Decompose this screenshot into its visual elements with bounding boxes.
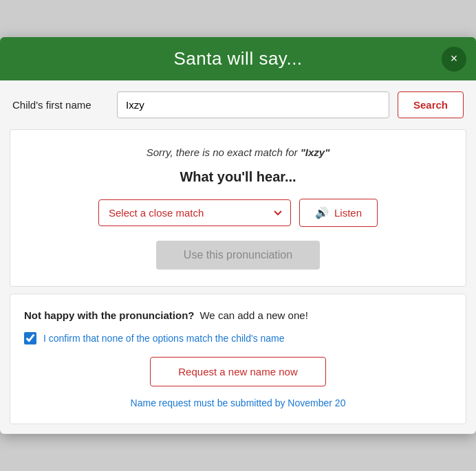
not-happy-text: We can add a new one! (199, 309, 307, 321)
bottom-section: Not happy with the pronunciation? We can… (10, 294, 466, 424)
deadline-text: Name request must be submitted by Novemb… (24, 397, 452, 408)
controls-row: Select a close match 🔊 Listen (24, 199, 452, 227)
confirm-row: I confirm that none of the options match… (24, 332, 452, 344)
result-section: Sorry, there is no exact match for "Ixzy… (10, 129, 466, 287)
close-button[interactable]: × (442, 47, 466, 72)
listen-label: Listen (334, 207, 362, 219)
listen-button[interactable]: 🔊 Listen (299, 199, 378, 227)
search-label: Child's first name (12, 99, 109, 111)
close-match-select[interactable]: Select a close match (98, 199, 291, 226)
speaker-icon: 🔊 (315, 206, 329, 219)
search-row: Child's first name Search (0, 80, 476, 129)
search-button[interactable]: Search (398, 91, 464, 118)
no-match-name: "Ixzy" (301, 146, 330, 158)
no-match-message: Sorry, there is no exact match for "Ixzy… (24, 146, 452, 158)
confirm-highlight: child's (231, 333, 257, 344)
not-happy-row: Not happy with the pronunciation? We can… (24, 309, 452, 321)
confirm-checkbox[interactable] (24, 332, 36, 344)
modal-header: Santa will say... × (0, 37, 476, 80)
not-happy-bold: Not happy with the pronunciation? (24, 309, 194, 321)
deadline-highlight: N (288, 397, 294, 408)
use-pronunciation-button[interactable]: Use this pronunciation (156, 241, 320, 270)
confirm-label: I confirm that none of the options match… (43, 333, 285, 344)
modal-title: Santa will say... (173, 48, 302, 69)
search-input[interactable] (117, 91, 389, 118)
request-new-name-button[interactable]: Request a new name now (150, 357, 325, 386)
modal-container: Santa will say... × Child's first name S… (0, 37, 476, 434)
what-you-hear-label: What you'll hear... (24, 169, 452, 185)
